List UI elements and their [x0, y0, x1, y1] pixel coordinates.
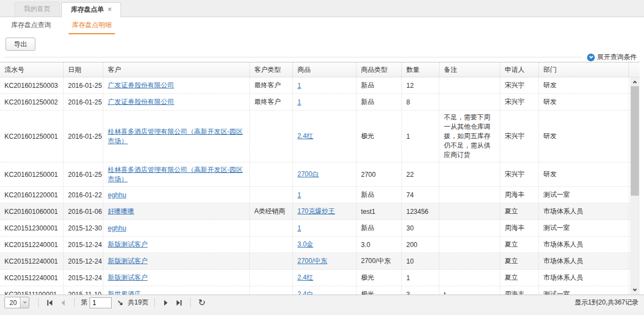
- grid-header-cell-0[interactable]: 流水号: [0, 62, 64, 77]
- product-link[interactable]: 170克爆炒王: [297, 207, 335, 216]
- customer-link[interactable]: 桂林喜多酒店管理有限公司（高新开发区-园区市场）: [108, 165, 246, 184]
- cell-product_type: 2700: [357, 162, 402, 186]
- customer-link[interactable]: 新版测试客户: [108, 256, 148, 266]
- subtab-inventory-detail[interactable]: 库存盘点明细: [69, 17, 115, 34]
- cell-date: 2015-12-24: [64, 270, 103, 286]
- cell-serial: KC201601250001: [0, 111, 64, 162]
- cell-customer_type: [250, 237, 293, 253]
- grid-header-cell-3[interactable]: 客户类型: [250, 62, 293, 77]
- serial-text: KC201601220001: [4, 191, 58, 199]
- export-button[interactable]: 导出: [6, 38, 35, 51]
- table-row[interactable]: KC2015122400012015-12-24新版测试客户2700/中东270…: [0, 253, 630, 270]
- first-page-button[interactable]: [43, 299, 56, 307]
- product-link[interactable]: 3.0金: [297, 240, 313, 249]
- table-row[interactable]: KC2015123000012015-12-30eghhu1新品30周海丰测试一…: [0, 220, 630, 237]
- customer-link[interactable]: 广发证券股份有限公司: [108, 81, 174, 90]
- cell-date: 2016-01-25: [64, 111, 103, 162]
- go-page-button[interactable]: ↘: [114, 299, 126, 307]
- grid-header-cell-5[interactable]: 商品类型: [357, 62, 402, 77]
- product-link[interactable]: 1: [297, 98, 301, 106]
- expand-arrow-icon[interactable]: [587, 54, 595, 61]
- cell-customer: 新版测试客户: [103, 237, 250, 253]
- scrollbar-thumb[interactable]: [631, 86, 639, 196]
- cell-remark: [439, 253, 500, 269]
- applicant-text: 宋兴宇: [505, 132, 525, 141]
- cell-serial: KC201601220001: [0, 187, 64, 203]
- customer-link[interactable]: eghhu: [108, 191, 126, 199]
- window-tab-inventory[interactable]: 库存盘点单×: [61, 2, 121, 17]
- table-row[interactable]: KC2015122400012015-12-24新版测试客户3.0金3.0200…: [0, 237, 630, 253]
- grid-header-cell-7[interactable]: 备注: [439, 62, 500, 77]
- page-number-input[interactable]: [90, 297, 112, 308]
- cell-customer: eghhu: [103, 220, 250, 236]
- next-page-button[interactable]: [159, 299, 172, 307]
- grid-header-cell-8[interactable]: 申请人: [500, 62, 539, 77]
- grid-header-cell-4[interactable]: 商品: [293, 62, 357, 77]
- cell-customer_type: [250, 111, 293, 162]
- table-row[interactable]: KC2015122400012015-12-24新版测试客户2.4红极光1夏立市…: [0, 270, 630, 286]
- cell-serial: KC201601250002: [0, 94, 64, 110]
- last-page-button[interactable]: [172, 299, 186, 307]
- grid-header-cell-6[interactable]: 数量: [402, 62, 439, 77]
- dept-text: 市场体系人员: [543, 240, 583, 249]
- table-row[interactable]: KC2015111000012015-11-10新世界酒店2.4白极光3t周海丰…: [0, 286, 630, 295]
- separator: [74, 298, 75, 307]
- grid-header-cell-2[interactable]: 客户: [103, 62, 250, 77]
- customer-link[interactable]: eghhu: [108, 224, 126, 232]
- table-row[interactable]: KC2016010600012016-01-06好噢噢噢A类经销商170克爆炒王…: [0, 203, 630, 220]
- cell-product_type: 极光: [357, 111, 402, 162]
- customer-link[interactable]: 好噢噢噢: [108, 207, 134, 216]
- table-row[interactable]: KC2016012500022016-01-25广发证券股份有限公司最终客户1新…: [0, 94, 630, 111]
- cell-customer: eghhu: [103, 187, 250, 203]
- total-pages-label: 共19页: [128, 298, 148, 307]
- cell-qty: 22: [402, 162, 439, 186]
- customer-link[interactable]: 新版测试客户: [108, 273, 148, 282]
- customer-link[interactable]: 新世界酒店: [108, 290, 141, 295]
- dept-text: 研发: [543, 97, 557, 107]
- cell-dept: 测试一室: [539, 286, 629, 295]
- expand-filter-link[interactable]: 展开查询条件: [597, 53, 637, 62]
- scroll-down-button[interactable]: [630, 286, 640, 295]
- customer-link[interactable]: 广发证券股份有限公司: [108, 97, 174, 107]
- subtab-inventory-query[interactable]: 库存盘点查询: [8, 17, 54, 34]
- table-row[interactable]: KC2016012500012016-01-25桂林喜多酒店管理有限公司（高新开…: [0, 111, 630, 162]
- close-icon[interactable]: ×: [108, 6, 112, 13]
- product-link[interactable]: 2.4白: [297, 290, 313, 295]
- cell-product_type: 新品: [357, 77, 402, 93]
- product-link[interactable]: 1: [297, 191, 301, 199]
- cell-customer_type: [250, 187, 293, 203]
- product-link[interactable]: 1: [297, 82, 301, 90]
- cell-applicant: 周海丰: [500, 286, 539, 295]
- table-row[interactable]: KC2016012500032016-01-25广发证券股份有限公司最终客户1新…: [0, 77, 630, 94]
- next-page-icon: [162, 299, 170, 307]
- prev-page-button[interactable]: [56, 299, 70, 307]
- product-link[interactable]: 2700白: [297, 170, 319, 179]
- customer-link[interactable]: 新版测试客户: [108, 240, 148, 249]
- cell-serial: KC201601250003: [0, 77, 64, 93]
- grid-header-cell-9[interactable]: 部门: [539, 62, 629, 77]
- product-link[interactable]: 1: [297, 224, 301, 232]
- scroll-up-button[interactable]: [630, 77, 640, 86]
- grid-header-cell-1[interactable]: 日期: [64, 62, 103, 77]
- cell-dept: 市场体系人员: [539, 203, 629, 219]
- applicant-text: 宋兴宇: [505, 170, 525, 179]
- qty-text: 123456: [406, 208, 428, 216]
- cell-qty: 12: [402, 77, 439, 93]
- window-tab-home[interactable]: 我的首页: [14, 2, 60, 17]
- product-link[interactable]: 2.4红: [297, 132, 313, 141]
- table-row[interactable]: KC2016012500012016-01-25桂林喜多酒店管理有限公司（高新开…: [0, 162, 630, 187]
- product_type-text: 2700/中东: [361, 256, 391, 266]
- vertical-scrollbar[interactable]: [630, 77, 640, 295]
- product-link[interactable]: 2700/中东: [297, 256, 327, 266]
- table-row[interactable]: KC2016012200012016-01-22eghhu1新品74周海丰测试一…: [0, 187, 630, 203]
- qty-text: 200: [406, 241, 417, 249]
- cell-customer_type: [250, 220, 293, 236]
- cell-product_type: test1: [357, 203, 402, 219]
- dept-text: 研发: [543, 132, 557, 141]
- page-size-select[interactable]: 20: [4, 297, 29, 308]
- customer-link[interactable]: 桂林喜多酒店管理有限公司（高新开发区-园区市场）: [108, 127, 246, 146]
- product-link[interactable]: 2.4红: [297, 273, 313, 282]
- refresh-button[interactable]: ↻: [195, 298, 208, 307]
- dept-text: 研发: [543, 81, 557, 90]
- customer_type-text: 最终客户: [254, 97, 281, 107]
